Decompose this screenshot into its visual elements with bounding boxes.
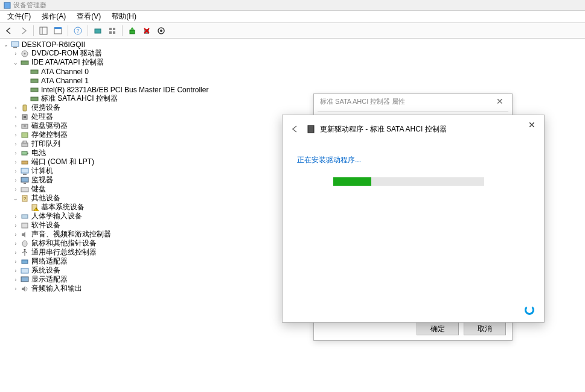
back-button[interactable]	[289, 122, 302, 136]
category-label: 音频输入和输出	[31, 283, 82, 294]
network-icon	[20, 258, 30, 266]
app-icon	[4, 2, 11, 9]
expand-icon[interactable]: ›	[12, 131, 19, 139]
svg-marker-54	[22, 286, 25, 292]
svg-point-19	[24, 52, 26, 54]
svg-rect-20	[21, 61, 28, 65]
expand-icon[interactable]: ›	[12, 285, 19, 292]
monitor-icon	[20, 176, 30, 185]
expand-icon[interactable]: ›	[12, 186, 19, 193]
svg-rect-12	[130, 30, 135, 34]
expand-icon[interactable]: ›	[12, 113, 19, 121]
svg-rect-4	[54, 27, 62, 29]
progress-fill	[333, 177, 371, 186]
keyboard-icon	[20, 185, 30, 194]
expand-icon[interactable]: ›	[12, 276, 19, 283]
other-icon: ?	[20, 194, 30, 203]
properties-dialog-title: 标准 SATA AHCI 控制器 属性	[320, 97, 405, 106]
menu-help[interactable]: 帮助(H)	[107, 10, 141, 23]
expand-icon[interactable]: ›	[12, 50, 19, 57]
expand-icon[interactable]: ›	[12, 213, 19, 220]
collapse-icon[interactable]: ⌄	[2, 41, 10, 48]
collapse-icon[interactable]: ⌄	[12, 59, 19, 66]
svg-rect-21	[31, 70, 38, 74]
tree-category-dvd[interactable]: › DVD/CD-ROM 驱动器	[0, 49, 585, 58]
tree-root[interactable]: ⌄ DESKTOP-R6IGQII	[0, 40, 585, 49]
expand-icon[interactable]: ›	[12, 222, 19, 229]
tree-category-ide[interactable]: ⌄ IDE ATA/ATAPI 控制器	[0, 58, 585, 67]
tree-device-ata1[interactable]: ATA Channel 1	[0, 76, 585, 85]
svg-rect-35	[22, 161, 28, 164]
computer-icon	[10, 40, 20, 49]
svg-rect-8	[109, 28, 112, 30]
svg-rect-30	[22, 133, 28, 138]
disable-device-button[interactable]	[155, 24, 168, 37]
svg-rect-55	[308, 125, 314, 133]
svg-rect-31	[22, 143, 28, 147]
collapse-icon[interactable]: ⌄	[12, 195, 19, 202]
close-button[interactable]: ✕	[522, 118, 542, 132]
close-button[interactable]: ✕	[491, 96, 508, 106]
properties-button[interactable]	[51, 24, 65, 37]
expand-icon[interactable]: ›	[12, 141, 19, 148]
svg-rect-39	[24, 183, 26, 184]
svg-rect-51	[22, 260, 28, 264]
expand-icon[interactable]: ›	[12, 267, 19, 274]
ok-button[interactable]: 确定	[417, 322, 459, 335]
nav-back-button[interactable]	[2, 24, 16, 37]
svg-rect-24	[31, 97, 38, 101]
view-button[interactable]	[106, 24, 119, 37]
scan-hardware-button[interactable]	[91, 24, 104, 37]
expand-icon[interactable]: ›	[12, 240, 19, 247]
loading-spinner-icon	[525, 305, 534, 315]
port-icon	[20, 158, 30, 166]
svg-rect-22	[31, 79, 38, 83]
expand-icon[interactable]: ›	[12, 168, 19, 175]
svg-rect-7	[95, 29, 101, 33]
tree-root-label: DESKTOP-R6IGQII	[22, 40, 85, 49]
expand-icon[interactable]: ›	[12, 159, 19, 166]
expand-icon[interactable]: ›	[12, 231, 19, 238]
wizard-title: 更新驱动程序 - 标准 SATA AHCI 控制器	[320, 124, 447, 134]
usb-icon	[20, 248, 30, 257]
menu-view[interactable]: 查看(V)	[72, 10, 106, 23]
expand-icon[interactable]: ›	[12, 177, 19, 184]
controller-icon	[30, 77, 39, 85]
portable-icon	[20, 104, 30, 112]
svg-rect-32	[23, 141, 27, 143]
controller-icon	[30, 86, 39, 94]
uninstall-device-button[interactable]	[140, 24, 153, 37]
toolbar-separator	[33, 25, 34, 36]
svg-rect-27	[24, 116, 26, 118]
toolbar-separator	[68, 25, 68, 36]
menu-action[interactable]: 操作(A)	[37, 10, 71, 23]
expand-icon[interactable]: ›	[12, 249, 19, 256]
expand-icon[interactable]: ›	[12, 150, 19, 157]
svg-point-15	[160, 30, 162, 32]
svg-rect-10	[109, 31, 112, 34]
tree-device-ata0[interactable]: ATA Channel 0	[0, 67, 585, 76]
disk-icon	[20, 122, 30, 130]
speaker-icon	[20, 230, 30, 239]
expand-icon[interactable]: ›	[12, 258, 19, 265]
update-driver-button[interactable]	[126, 24, 139, 37]
device-icon	[307, 125, 315, 133]
show-hide-tree-button[interactable]	[37, 24, 50, 37]
computer-icon	[20, 167, 30, 175]
cancel-button[interactable]: 取消	[464, 322, 506, 335]
menu-file[interactable]: 文件(F)	[2, 10, 36, 23]
software-icon	[20, 221, 30, 230]
expand-icon[interactable]: ›	[12, 122, 19, 130]
toolbar-separator	[88, 25, 88, 36]
expand-icon[interactable]: ›	[12, 104, 19, 112]
svg-rect-53	[21, 277, 28, 282]
nav-forward-button[interactable]	[17, 24, 30, 37]
svg-rect-36	[21, 168, 28, 173]
help-button[interactable]: ?	[71, 24, 85, 37]
cpu-icon	[20, 113, 30, 121]
tree-device-intel-ide[interactable]: Intel(R) 82371AB/EB PCI Bus Master IDE C…	[0, 85, 585, 94]
controller-icon	[30, 68, 39, 76]
mouse-icon	[20, 239, 30, 248]
svg-rect-1	[40, 27, 47, 34]
device-label: ATA Channel 1	[41, 77, 89, 85]
